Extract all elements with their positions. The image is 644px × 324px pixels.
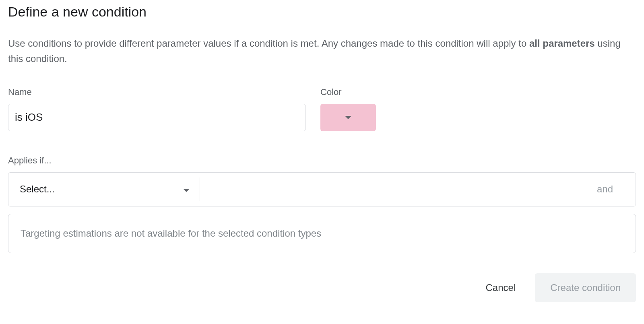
create-condition-button[interactable]: Create condition [535,273,636,302]
applies-if-label: Applies if... [8,155,636,166]
condition-type-select[interactable]: Select... [8,173,200,206]
name-input[interactable] [8,104,306,131]
caret-down-icon [345,114,352,121]
condition-value-area[interactable] [200,173,597,206]
color-label: Color [320,87,376,97]
condition-row: Select... and [8,172,636,206]
name-field: Name [8,87,306,131]
description-bold: all parameters [529,38,595,49]
color-picker[interactable] [320,104,376,131]
caret-down-icon [183,184,190,195]
description-text: Use conditions to provide different para… [8,36,636,67]
page-title: Define a new condition [8,4,636,20]
name-label: Name [8,87,306,97]
targeting-estimation: Targeting estimations are not available … [8,214,636,253]
select-placeholder: Select... [20,184,55,195]
cancel-button[interactable]: Cancel [484,277,518,299]
and-connector[interactable]: and [597,173,636,206]
color-field: Color [320,87,376,131]
description-pre: Use conditions to provide different para… [8,38,529,49]
dialog-footer: Cancel Create condition [8,273,636,302]
